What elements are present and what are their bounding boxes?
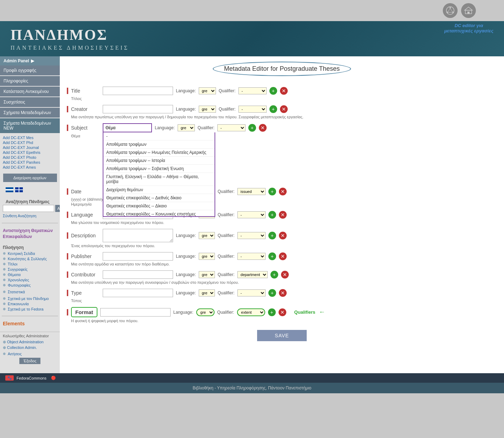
nav-photos[interactable]: Φωτογραφίες bbox=[3, 283, 57, 287]
link-dc-mes[interactable]: Add DC-EXT Mes bbox=[3, 136, 57, 140]
add-type-btn[interactable]: + bbox=[268, 289, 276, 297]
search-input[interactable] bbox=[3, 205, 54, 212]
remove-publisher-btn[interactable]: ✕ bbox=[279, 252, 287, 260]
advanced-search-link[interactable]: Σύνθετη Αναζήτηση bbox=[3, 214, 36, 218]
contributor-input[interactable] bbox=[103, 270, 173, 279]
title-input[interactable] bbox=[103, 87, 173, 95]
sidebar-btn-relations[interactable]: Συσχετίσεις bbox=[0, 97, 60, 107]
nav-authors[interactable]: Συγγραφείς bbox=[3, 267, 57, 271]
subject-item-empty[interactable]: - bbox=[103, 132, 215, 140]
sidebar-btn-profile[interactable]: Προφίλ εγγραφής bbox=[0, 65, 60, 75]
link-dc-phd[interactable]: Add DC-EXT Phd bbox=[3, 140, 57, 145]
remove-title-btn[interactable]: ✕ bbox=[280, 87, 288, 95]
svg-rect-9 bbox=[467, 12, 470, 14]
qual-select-type[interactable]: - bbox=[237, 289, 266, 296]
field-publisher-header: Publisher Language: gre Qualifier: - + ✕ bbox=[67, 252, 497, 261]
subject-item-0[interactable]: Αποθέματα τροφίμων bbox=[103, 140, 215, 149]
creator-input[interactable] bbox=[103, 105, 173, 113]
add-description-btn[interactable]: + bbox=[268, 232, 276, 239]
add-language-btn[interactable]: + bbox=[268, 211, 276, 219]
sidebar-btn-schemas-new[interactable]: Σχήματα Μεταδεδομένων NEW bbox=[0, 118, 60, 133]
add-contributor-btn[interactable]: + bbox=[270, 271, 278, 279]
qual-select-title[interactable]: -issuedextent bbox=[238, 87, 267, 94]
subject-item-6[interactable]: Θεματικές επικεφαλίδες -- Διεθνές δίκαιο bbox=[103, 194, 215, 202]
purple-annotation-text: Αντιστοίχηση Θεματικών Επικεφαλίδων bbox=[3, 228, 57, 240]
description-input[interactable] bbox=[103, 229, 173, 242]
nav-contact[interactable]: Επικοινωνία bbox=[3, 302, 57, 306]
subject-item-8[interactable]: Θεματικές επικεφαλίδες -- Κοινωνικές επι… bbox=[103, 210, 215, 217]
add-subject-btn[interactable]: + bbox=[248, 124, 256, 132]
lang-select-title[interactable]: greengiso bbox=[199, 87, 216, 94]
remove-creator-btn[interactable]: ✕ bbox=[280, 105, 288, 113]
qual-select-creator[interactable]: -issued bbox=[238, 106, 267, 113]
remove-subject-btn[interactable]: ✕ bbox=[259, 124, 267, 132]
nav-home[interactable]: Κεντρική Σελίδα bbox=[3, 251, 57, 256]
type-input[interactable] bbox=[103, 289, 173, 297]
link-requests[interactable]: Αιτήσεις bbox=[3, 352, 57, 356]
flag-greek[interactable] bbox=[6, 187, 13, 192]
subject-item-4[interactable]: Γλυπτική, Ελληνική -- Ελλάδα -- Αθήνα --… bbox=[103, 173, 215, 186]
nav-about[interactable]: Σχετικά με τον Πάνδημο bbox=[3, 296, 57, 301]
field-description-bar bbox=[67, 232, 68, 239]
subject-item-3[interactable]: Αποθέματα τροφίμων -- Σοβιετική Ένωση bbox=[103, 165, 215, 173]
add-format-btn[interactable]: + bbox=[268, 308, 276, 316]
format-input[interactable] bbox=[100, 308, 171, 317]
link-dc-photo[interactable]: Add DC-EXT Photo bbox=[3, 155, 57, 159]
remove-language-btn[interactable]: ✕ bbox=[279, 211, 287, 219]
sidebar-btn-schemas[interactable]: Σχήματα Μεταδεδομένων bbox=[0, 108, 60, 118]
subject-item-1[interactable]: Αποθέματα τροφίμων -- Ηνωμένες Πολιτείες… bbox=[103, 149, 215, 157]
sidebar-manage-btn[interactable]: Διαχείριση αρχείων bbox=[3, 174, 57, 182]
subject-input[interactable] bbox=[103, 123, 152, 132]
qual-select-subject[interactable]: - bbox=[217, 124, 245, 131]
subject-item-7[interactable]: Θεματικές επικεφαλίδες -- Δίκαιο bbox=[103, 202, 215, 210]
lang-select-creator[interactable]: greeng bbox=[199, 106, 216, 113]
qual-select-format[interactable]: extent- bbox=[237, 308, 265, 316]
qual-select-publisher[interactable]: - bbox=[237, 253, 266, 260]
publisher-input[interactable] bbox=[103, 252, 173, 261]
page-title: Metadata Editor for Postgraduate Theses bbox=[224, 65, 340, 72]
qual-select-language[interactable]: - bbox=[237, 211, 266, 218]
remove-type-btn[interactable]: ✕ bbox=[279, 289, 287, 297]
remove-date-btn[interactable]: ✕ bbox=[279, 188, 287, 195]
subject-item-2[interactable]: Αποθέματα τροφίμων -- Ιστορία bbox=[103, 157, 215, 165]
link-dc-ames[interactable]: Add DC-EXT Ames bbox=[3, 165, 57, 169]
lang-select-format[interactable]: gre bbox=[196, 308, 215, 316]
nav-communities[interactable]: Κοινότητες & Συλλογές bbox=[3, 257, 57, 261]
link-collection-admin[interactable]: Collection Admin. bbox=[3, 345, 57, 350]
qual-select-contributor[interactable]: department- bbox=[237, 271, 268, 278]
nav-titles[interactable]: Τίτλοι bbox=[3, 262, 57, 266]
nav-dates[interactable]: Χρονολογίες bbox=[3, 278, 57, 282]
requests-links: Αιτήσεις bbox=[3, 352, 57, 356]
link-dc-epethris[interactable]: Add DC-EXT Epethris bbox=[3, 150, 57, 155]
nav-statistics[interactable]: Στατιστικά bbox=[3, 290, 57, 294]
qual-select-date[interactable]: issued- bbox=[237, 188, 266, 195]
subject-item-5[interactable]: Διαχείριση θεμάτων bbox=[103, 186, 215, 194]
add-publisher-btn[interactable]: + bbox=[268, 252, 276, 260]
lang-select-publisher[interactable]: gre bbox=[199, 253, 215, 260]
sidebar-btn-info[interactable]: Πληροφορίες bbox=[0, 76, 60, 86]
remove-format-btn[interactable]: ✕ bbox=[279, 308, 286, 316]
lang-select-subject[interactable]: greeng bbox=[178, 124, 195, 131]
lang-select-desc[interactable]: gre bbox=[199, 232, 215, 239]
remove-description-btn[interactable]: ✕ bbox=[279, 232, 287, 239]
add-date-btn[interactable]: + bbox=[268, 188, 276, 195]
exit-button[interactable]: Έξοδος bbox=[19, 358, 41, 364]
add-title-btn[interactable]: + bbox=[269, 87, 277, 95]
qual-select-desc[interactable]: - bbox=[237, 232, 266, 239]
flag-uk[interactable] bbox=[15, 187, 23, 192]
field-description-label: Description bbox=[71, 233, 103, 238]
link-dc-journal[interactable]: Add DC-EXT Journal bbox=[3, 145, 57, 150]
bottom-bar: Βιβλιοθήκη - Υπηρεσία Πληροφόρησης, Πάντ… bbox=[0, 383, 504, 393]
link-object-admin[interactable]: Object Administration bbox=[3, 340, 57, 344]
add-creator-btn[interactable]: + bbox=[269, 105, 277, 113]
nav-subjects[interactable]: Θέματα bbox=[3, 273, 57, 277]
field-subject-label: Subject bbox=[71, 125, 103, 131]
remove-contributor-btn[interactable]: ✕ bbox=[281, 271, 289, 279]
lang-select-type[interactable]: gre bbox=[199, 289, 215, 296]
sidebar-btn-status[interactable]: Κατάσταση Αντικειμένου bbox=[0, 87, 60, 96]
save-button[interactable]: SAVE bbox=[257, 330, 306, 341]
subject-dropdown[interactable]: - Αποθέματα τροφίμων Αποθέματα τροφίμων … bbox=[103, 132, 215, 217]
lang-select-contributor[interactable]: gre bbox=[199, 271, 215, 278]
nav-fedora[interactable]: Σχετικά με το Fedora bbox=[3, 307, 57, 311]
link-dc-pankes[interactable]: Add DC-EXT Pan/kes bbox=[3, 160, 57, 164]
